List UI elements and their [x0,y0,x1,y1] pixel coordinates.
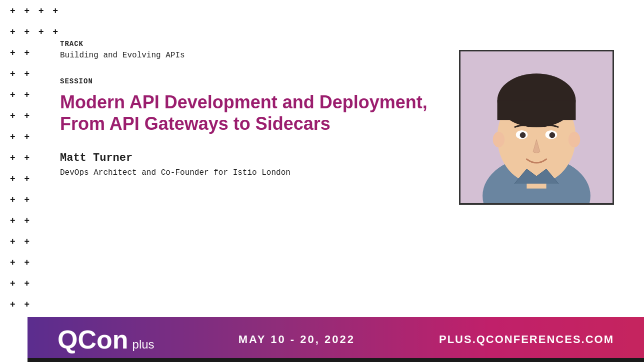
plus-sign: + [24,279,30,288]
svg-point-7 [568,132,580,147]
plus-sign: + [10,237,16,246]
plus-sign: + [10,90,16,99]
plus-sign: + [24,48,30,57]
plus-sign: + [10,69,16,78]
speaker-avatar-svg [460,50,612,205]
footer-date: MAY 10 - 20, 2022 [238,333,355,346]
plus-sign: + [38,27,44,36]
main-content: + + + + + + + + + + + + + + + + + [0,0,644,300]
plus-grid: + + + + + + + + + + + + + + + + + [0,0,60,250]
plus-sign: + [24,258,30,267]
footer-logo-qcon: QCon [58,327,128,353]
speaker-photo [459,50,614,205]
svg-rect-5 [498,100,576,120]
plus-sign: + [10,6,16,15]
plus-sign: + [38,6,44,15]
plus-sign: + [24,237,30,246]
plus-sign: + [10,174,16,183]
footer-logo: QCon plus [58,327,154,353]
plus-sign: + [24,216,30,225]
plus-sign: + [10,27,16,36]
plus-sign: + [24,195,30,204]
svg-point-6 [493,132,505,147]
plus-sign: + [10,153,16,162]
footer-logo-plus: plus [132,338,154,352]
svg-point-10 [520,132,526,138]
plus-sign: + [24,69,30,78]
plus-sign: + [10,216,16,225]
plus-sign: + [24,111,30,120]
track-label: TRACK [60,40,644,48]
plus-sign: + [24,6,30,15]
plus-sign: + [10,300,16,309]
plus-sign: + [24,90,30,99]
plus-sign: + [10,132,16,141]
footer-banner: QCon plus MAY 10 - 20, 2022 PLUS.QCONFER… [28,317,644,362]
plus-sign: + [10,48,16,57]
plus-sign: + [53,6,58,15]
plus-sign: + [10,111,16,120]
plus-sign: + [53,27,58,36]
plus-sign: + [24,153,30,162]
plus-sign: + [24,174,30,183]
speaker-photo-placeholder [460,51,612,203]
plus-sign: + [24,132,30,141]
footer-bottom-bar [28,358,644,362]
plus-sign: + [24,300,30,309]
plus-sign: + [10,195,16,204]
footer-url: PLUS.QCONFERENCES.COM [439,333,614,346]
plus-sign: + [10,279,16,288]
plus-sign: + [24,27,30,36]
session-title: Modern API Development and Deployment, F… [60,91,430,134]
plus-sign: + [10,258,16,267]
svg-point-11 [549,132,555,138]
